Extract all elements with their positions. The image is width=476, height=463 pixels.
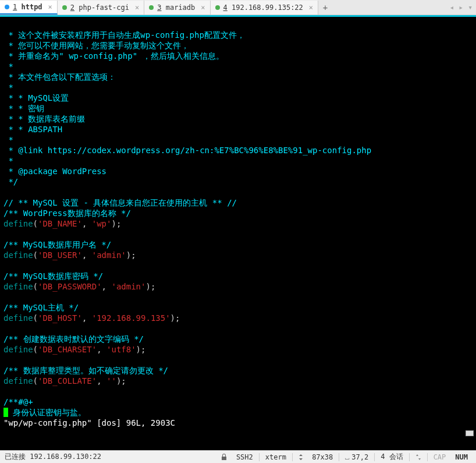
close-icon[interactable]: × [48,3,52,11]
comment-line: // ** MySQL 设置 - 具体信息来自您正在使用的主机 ** // [3,198,237,207]
code-line: define('DB_HOST', '192.168.99.135'); [3,313,180,323]
comment-line: /** MySQL数据库密码 */ [3,271,103,281]
comment-line: * * MySQL设置 [3,93,69,103]
add-tab-button[interactable]: + [318,3,332,12]
comment-line: * [3,135,13,144]
connection-status: 已连接 192.168.99.130:22 [5,452,215,462]
code-line: define('DB_CHARSET', 'utf8'); [3,345,145,354]
terminal[interactable]: * 这个文件被安装程序用于自动生成wp-config.php配置文件， * 您可… [0,17,476,450]
tab-label: 4 192.168.99.135:22 [223,3,303,12]
code-line: define('DB_USER', 'admin'); [3,250,136,260]
terminal-type: xterm [262,453,290,461]
resize-icon [299,454,303,460]
separator [259,453,260,461]
comment-line: * 并重命名为" wp-config.php" ，然后填入相关信息。 [3,51,224,61]
separator [339,453,339,461]
code-line: define('DB_COLLATE', ''); [3,376,126,386]
ssh-protocol: SSH2 [233,453,257,461]
tab-menu-icon[interactable]: ▾ [468,3,473,12]
comment-line: * [3,62,13,71]
status-dot-icon [62,5,67,10]
cursor-position: ⎵ 37,2 [342,453,372,461]
comment-line: /** MySQL主机 */ [3,303,79,312]
tab-php-fast-cgi[interactable]: 2 php-fast-cgi × [58,1,144,15]
comment-line: /**#@+ [3,397,33,407]
cursor [3,408,8,417]
comment-line: * @link https://codex.wordpress.org/zh-c… [3,146,371,155]
tab-ip-session[interactable]: 4 192.168.99.135:22 × [211,1,319,15]
comment-line: * @package WordPress [3,167,106,176]
comment-line: * [3,156,13,165]
code-line: define('DB_NAME', 'wp'); [3,219,121,228]
close-icon[interactable]: × [201,3,205,12]
session-count: 4 会话 [377,452,406,462]
caps-lock-indicator: CAP [430,453,450,461]
comment-line: * [3,83,13,92]
comment-line: * * ABSPATH [3,125,62,134]
num-lock-indicator: NUM [452,453,471,461]
vim-status: "wp/wp-config.php" [dos] 96L, 2903C [3,418,175,427]
comment-line: /** 创建数据表时默认的文字编码 */ [3,334,144,344]
comment-line: /** MySQL数据库用户名 */ [3,240,111,249]
tab-label: 2 php-fast-cgi [70,3,129,12]
terminal-size: 87x38 [295,453,336,461]
tab-label: 3 mariadb [157,3,195,12]
close-icon[interactable]: × [135,3,139,12]
status-bar: 已连接 192.168.99.130:22 SSH2 xterm 87x38 ⎵… [0,450,476,463]
status-dot-icon [215,5,220,10]
lock-icon [218,454,230,461]
comment-line: * 这个文件被安装程序用于自动生成wp-config.php配置文件， [3,30,245,40]
close-icon[interactable]: × [309,3,313,12]
tab-label: 1 httpd [13,3,42,11]
comment-line: * * 数据库表名前缀 [3,114,85,123]
tab-nav: ◂ ▸ ▾ [450,3,476,12]
separator [374,453,375,461]
code-line: define('DB_PASSWORD', 'admin'); [3,282,155,291]
tab-prev-icon[interactable]: ◂ [450,3,454,12]
status-dot-icon [5,5,9,9]
comment-line: * 您可以不使用网站，您需要手动复制这个文件， [3,41,189,50]
code-line: 身份认证密钥与盐。 [3,408,86,417]
comment-line: */ [3,177,18,186]
tab-mariadb[interactable]: 3 mariadb × [144,1,210,15]
scroll-indicator-icon[interactable] [466,430,474,436]
comment-line: /** WordPress数据库的名称 */ [3,208,131,218]
comment-line: /** 数据库整理类型。如不确定请勿更改 */ [3,366,168,375]
separator [292,453,293,461]
tab-next-icon[interactable]: ▸ [459,3,463,12]
comment-line: * * 密钥 [3,104,44,113]
status-dot-icon [149,5,154,10]
tab-bar: 1 httpd × 2 php-fast-cgi × 3 mariadb × 4… [0,0,476,15]
comment-line: * 本文件包含以下配置选项： [3,72,116,82]
traffic-icon [412,454,425,460]
tab-httpd[interactable]: 1 httpd × [0,1,58,15]
separator [427,453,428,461]
separator [409,453,410,461]
